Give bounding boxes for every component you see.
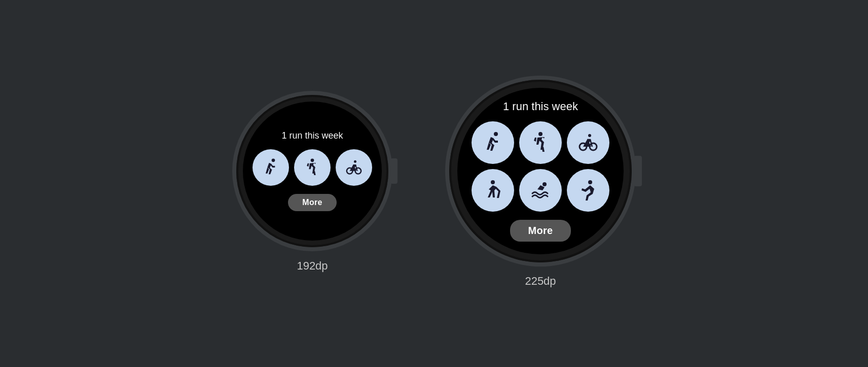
svg-point-5 — [354, 160, 356, 163]
watch-body-large: 1 run this week — [449, 80, 632, 262]
svg-point-2 — [311, 159, 314, 162]
svg-point-1 — [272, 159, 275, 162]
watch-large: 1 run this week — [449, 80, 632, 288]
svg-point-12 — [542, 182, 547, 186]
svg-point-6 — [494, 132, 498, 136]
svg-point-11 — [491, 180, 495, 184]
martial-arts-button-large[interactable] — [472, 169, 514, 212]
hike-button-small[interactable] — [294, 149, 331, 186]
watch-label-small: 192dp — [297, 259, 328, 273]
watch-title-small: 1 run this week — [271, 130, 353, 141]
watch-body-small: 1 run this week — [236, 95, 388, 247]
bike-button-large[interactable] — [567, 121, 609, 164]
svg-point-10 — [588, 134, 591, 137]
bike-button-small[interactable] — [336, 149, 372, 186]
svg-point-4 — [355, 168, 361, 174]
svg-point-13 — [588, 180, 592, 184]
watch-title-large: 1 run this week — [493, 100, 588, 113]
svg-point-7 — [538, 132, 542, 136]
activity-row-0-large — [472, 121, 609, 164]
run-button-large[interactable] — [472, 121, 514, 164]
hike-button-large[interactable] — [519, 121, 562, 164]
watch-face-small: 1 run this week — [243, 102, 382, 241]
watch-face-large: 1 run this week — [457, 88, 624, 254]
activity-grid-large — [472, 121, 609, 212]
activity-grid-small — [252, 149, 372, 186]
watch-label-large: 225dp — [525, 275, 556, 288]
watch-small: 1 run this week — [236, 95, 388, 273]
more-button-small[interactable]: More — [288, 194, 336, 211]
activity-row-1-large — [472, 169, 609, 212]
more-button-large[interactable]: More — [510, 220, 571, 242]
swim-button-large[interactable] — [519, 169, 562, 212]
run-button-small[interactable] — [252, 149, 289, 186]
activity-row-0-small — [252, 149, 372, 186]
stretching-button-large[interactable] — [567, 169, 609, 212]
